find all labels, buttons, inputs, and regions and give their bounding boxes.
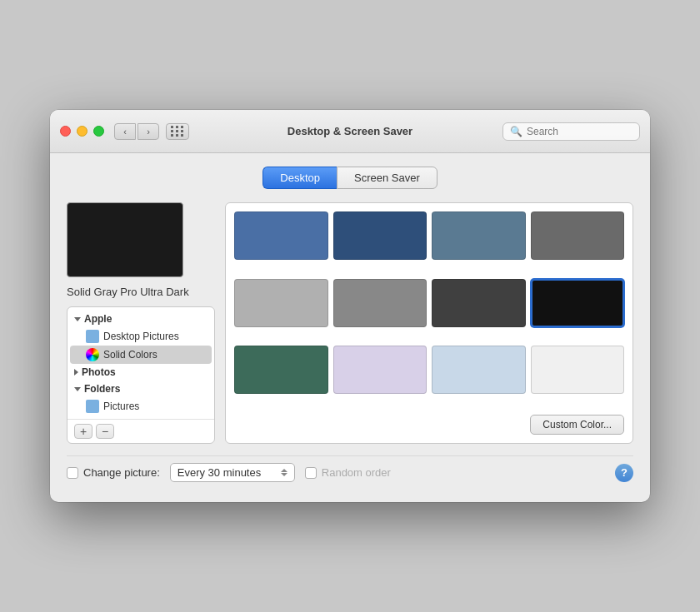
search-input[interactable]	[527, 126, 627, 137]
random-order-label: Random order	[322, 466, 391, 479]
sidebar-section-photos-label: Photos	[82, 366, 116, 378]
triangle-right-icon	[74, 369, 78, 376]
sidebar-item-pictures-label: Pictures	[103, 401, 139, 412]
random-order-checkbox[interactable]	[305, 467, 317, 479]
sidebar-item-desktop-pictures[interactable]: Desktop Pictures	[68, 327, 214, 346]
sidebar-list: Apple Desktop Pictures Solid Colors	[68, 307, 214, 419]
color-grid-area: Custom Color...	[225, 202, 633, 444]
preview-label: Solid Gray Pro Ultra Dark	[67, 286, 189, 298]
titlebar: ‹ › Desktop & Screen Saver 🔍	[50, 110, 650, 153]
remove-button[interactable]: −	[96, 424, 114, 439]
sidebar-section-folders-label: Folders	[84, 383, 120, 395]
color-swatch-sw11[interactable]	[432, 346, 526, 394]
interval-dropdown[interactable]: Every 30 minutes	[170, 463, 295, 482]
sidebar-section-apple-label: Apple	[84, 313, 112, 325]
apps-button[interactable]	[166, 123, 189, 140]
change-picture-label: Change picture:	[83, 466, 160, 479]
minimize-button[interactable]	[77, 126, 88, 137]
preview-image	[67, 202, 183, 277]
color-swatch-sw2[interactable]	[333, 211, 428, 260]
close-button[interactable]	[60, 126, 71, 137]
pictures-icon	[86, 400, 99, 413]
sidebar-section-folders[interactable]: Folders	[68, 381, 214, 397]
color-swatch-sw9[interactable]	[234, 346, 328, 394]
sidebar-item-pictures[interactable]: Pictures	[68, 397, 214, 415]
bottom-bar: Change picture: Every 30 minutes Random …	[67, 455, 633, 485]
color-swatch-sw7[interactable]	[432, 279, 526, 327]
help-button[interactable]: ?	[615, 464, 633, 482]
triangle-down-icon-folders	[74, 387, 81, 391]
color-swatch-sw12[interactable]	[531, 346, 625, 394]
color-swatch-sw8[interactable]	[531, 279, 625, 327]
color-swatch-sw4[interactable]	[531, 211, 625, 260]
random-order-row: Random order	[305, 466, 391, 479]
sidebar-item-solid-colors-label: Solid Colors	[103, 349, 158, 361]
custom-color-button[interactable]: Custom Color...	[530, 415, 624, 435]
maximize-button[interactable]	[93, 126, 104, 137]
color-swatch-sw3[interactable]	[432, 211, 526, 260]
left-panel: Solid Gray Pro Ultra Dark Apple Desktop …	[67, 202, 215, 444]
sidebar: Apple Desktop Pictures Solid Colors	[67, 306, 215, 444]
sidebar-section-photos[interactable]: Photos	[68, 364, 214, 381]
color-grid	[234, 211, 624, 408]
tab-screensaver[interactable]: Screen Saver	[337, 167, 438, 189]
desktop-pictures-icon	[86, 330, 99, 343]
color-swatch-sw1[interactable]	[234, 211, 328, 260]
solid-colors-icon	[86, 348, 99, 361]
tabs: Desktop Screen Saver	[67, 167, 633, 189]
change-picture-row: Change picture:	[67, 466, 160, 479]
interval-value: Every 30 minutes	[178, 466, 261, 479]
triangle-down-icon	[74, 317, 81, 321]
search-icon: 🔍	[510, 126, 522, 137]
window-title: Desktop & Screen Saver	[288, 125, 412, 137]
sidebar-footer: + −	[68, 419, 214, 443]
forward-button[interactable]: ›	[138, 123, 159, 140]
change-picture-checkbox[interactable]	[67, 467, 78, 479]
color-swatch-sw10[interactable]	[333, 346, 428, 394]
back-button[interactable]: ‹	[114, 123, 136, 140]
sidebar-section-apple[interactable]: Apple	[68, 311, 214, 327]
main-window: ‹ › Desktop & Screen Saver 🔍 Desktop Scr…	[50, 110, 650, 502]
content-area: Desktop Screen Saver Solid Gray Pro Ultr…	[50, 153, 650, 502]
apps-grid-icon	[171, 126, 184, 137]
search-bar[interactable]: 🔍	[502, 122, 640, 141]
color-swatch-sw5[interactable]	[234, 279, 328, 327]
traffic-lights	[60, 126, 104, 137]
add-button[interactable]: +	[74, 424, 92, 439]
sidebar-item-desktop-pictures-label: Desktop Pictures	[103, 331, 179, 342]
color-swatch-sw6[interactable]	[333, 279, 428, 327]
nav-buttons: ‹ ›	[114, 123, 159, 140]
main-panel: Solid Gray Pro Ultra Dark Apple Desktop …	[67, 202, 633, 444]
tab-desktop[interactable]: Desktop	[262, 167, 337, 189]
sidebar-item-solid-colors[interactable]: Solid Colors	[70, 346, 212, 364]
dropdown-arrow-icon	[281, 469, 288, 476]
